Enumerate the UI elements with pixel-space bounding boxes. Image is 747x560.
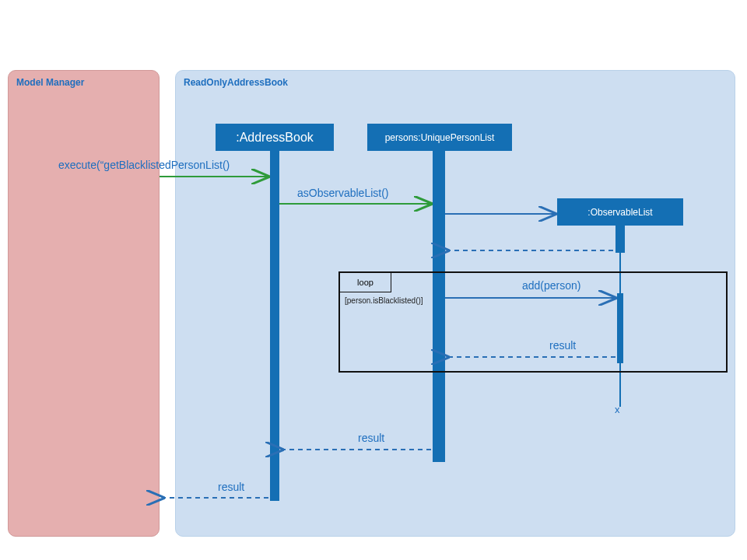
- lifeline-observablelist: :ObservableList: [557, 198, 683, 226]
- loop-label: loop: [340, 273, 391, 292]
- message-add: add(person): [522, 279, 581, 292]
- frame-title-read: ReadOnlyAddressBook: [176, 71, 735, 94]
- frame-title-model: Model Manager: [9, 71, 159, 94]
- message-result-1: result: [549, 339, 576, 352]
- message-result-3: result: [218, 481, 244, 493]
- lifeline-uniquepersonlist: persons:UniquePersonList: [367, 124, 512, 151]
- message-result-2: result: [358, 432, 384, 444]
- lifeline-addressbook: :AddressBook: [216, 124, 334, 151]
- destroy-observablelist-icon: x: [615, 404, 620, 415]
- message-asobservable: asObservableList(): [297, 187, 389, 199]
- activation-addressbook: [270, 151, 279, 501]
- frame-model-manager: Model Manager: [8, 70, 160, 537]
- activation-observablelist: [615, 226, 625, 253]
- message-execute: execute(“getBlacklistedPersonList(): [58, 159, 230, 171]
- loop-guard: [person.isBlacklisted()]: [345, 296, 423, 305]
